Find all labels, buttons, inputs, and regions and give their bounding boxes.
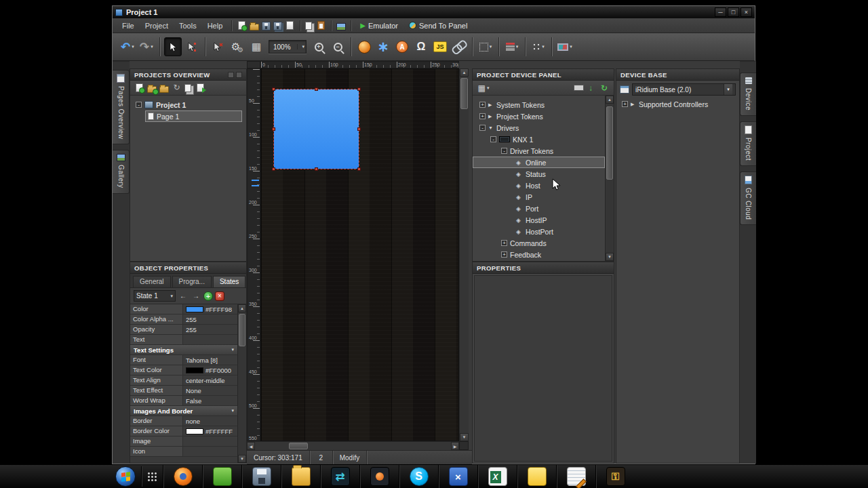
- canvas-vertical-scrollbar[interactable]: ▲ ▼: [459, 68, 469, 441]
- scrollbar-thumb[interactable]: [460, 78, 468, 109]
- tab-gallery[interactable]: Gallery: [113, 150, 130, 193]
- property-row-color-alpha[interactable]: Color Alpha ...255: [130, 314, 237, 325]
- taskbar-keys-app[interactable]: ⚿: [595, 465, 635, 488]
- menu-file[interactable]: File: [117, 20, 140, 31]
- text-color-swatch[interactable]: [186, 367, 203, 373]
- expand-icon[interactable]: +: [479, 113, 486, 119]
- scrollbar-thumb[interactable]: [239, 314, 245, 346]
- tab-gc-cloud[interactable]: GC Cloud: [740, 171, 756, 225]
- symbols-button[interactable]: Ω: [412, 37, 430, 56]
- expand-icon[interactable]: +: [501, 240, 507, 246]
- tree-item-driver-tokens[interactable]: -Driver Tokens: [473, 145, 605, 157]
- import-page-button[interactable]: [197, 83, 204, 92]
- scroll-up-icon[interactable]: ▲: [460, 68, 469, 77]
- menu-help[interactable]: Help: [202, 20, 229, 31]
- tab-project[interactable]: Project: [740, 121, 756, 166]
- zoom-in-button[interactable]: +: [310, 37, 328, 56]
- tree-item-page[interactable]: Page 1: [145, 110, 242, 122]
- selected-object[interactable]: [274, 89, 359, 169]
- save-icon[interactable]: [262, 22, 271, 30]
- taskbar-notepad[interactable]: [556, 465, 595, 488]
- tree-item-project-tokens[interactable]: +▶Project Tokens: [473, 110, 605, 122]
- tree-item-drivers[interactable]: -▼Drivers: [473, 122, 605, 134]
- tab-pages-overview[interactable]: Pages Overview: [113, 70, 130, 144]
- node-select-tool[interactable]: [183, 37, 201, 56]
- state-select[interactable]: State 1 ▾: [134, 290, 176, 302]
- device-base-select[interactable]: iRidium Base (2.0) ▾: [632, 83, 736, 96]
- next-state-button[interactable]: →: [191, 291, 201, 302]
- expand-icon[interactable]: +: [622, 101, 628, 107]
- scroll-up-icon[interactable]: ▲: [238, 304, 246, 312]
- virtual-keyboard-icon[interactable]: [574, 85, 584, 91]
- new-page-button[interactable]: [136, 83, 143, 92]
- taskbar-green-app[interactable]: [202, 465, 241, 488]
- gallery-icon[interactable]: [336, 23, 346, 30]
- taskbar-file-manager[interactable]: [281, 465, 320, 488]
- property-row-color[interactable]: Color#FFFF98: [130, 304, 237, 314]
- add-state-button[interactable]: +: [203, 291, 213, 301]
- expand-icon[interactable]: +: [501, 251, 507, 258]
- tree-item-project[interactable]: - Project 1: [130, 99, 246, 110]
- tree-item-status[interactable]: ◈Status: [473, 168, 605, 180]
- taskbar-excel[interactable]: X: [477, 465, 517, 488]
- copy-page-button[interactable]: [184, 84, 191, 92]
- taskbar-firefox[interactable]: [163, 465, 202, 488]
- tree-item-supported-controllers[interactable]: + ▶ Supported Controllers: [616, 98, 739, 110]
- refresh-button[interactable]: ↻: [172, 83, 182, 93]
- tree-item-knx-1[interactable]: -KNX 1: [473, 134, 605, 145]
- design-canvas[interactable]: [260, 68, 459, 441]
- tree-item-commands[interactable]: +Commands: [473, 237, 605, 249]
- tab-general[interactable]: General: [133, 276, 171, 287]
- emulator-button[interactable]: ▶ Emulator: [355, 20, 403, 31]
- tree-item-hostip[interactable]: ◈HostIP: [473, 214, 605, 226]
- delete-state-button[interactable]: ×: [215, 291, 224, 301]
- expand-icon[interactable]: +: [479, 102, 486, 108]
- tree-item-online[interactable]: ◈Online: [473, 157, 605, 168]
- tab-programming[interactable]: Progra...: [172, 276, 212, 287]
- titlebar[interactable]: Project 1 ─ □ ×: [113, 6, 755, 18]
- new-folder-button[interactable]: [147, 86, 157, 93]
- minimize-button[interactable]: ─: [715, 7, 726, 17]
- display-menu[interactable]: ▾: [556, 37, 574, 56]
- back-button[interactable]: ↶▾: [119, 37, 136, 56]
- taskbar-sync-app[interactable]: ⇄: [320, 465, 359, 488]
- tab-device[interactable]: Device: [740, 73, 756, 116]
- collapse-icon[interactable]: -: [501, 148, 507, 154]
- align-menu[interactable]: ▾: [503, 37, 521, 56]
- close-page-icon[interactable]: [286, 21, 294, 30]
- property-row-icon[interactable]: Icon: [130, 447, 237, 457]
- tree-item-feedback[interactable]: +Feedback: [473, 249, 605, 260]
- copy-icon[interactable]: [305, 22, 312, 30]
- button-object[interactable]: [274, 89, 359, 169]
- property-row-image[interactable]: Image: [130, 436, 237, 447]
- menu-project[interactable]: Project: [140, 20, 174, 31]
- scroll-down-icon[interactable]: ▼: [606, 253, 614, 261]
- start-button[interactable]: [115, 466, 136, 487]
- grid-toggle-tool[interactable]: ▦: [248, 37, 265, 56]
- forward-button[interactable]: ↷▾: [138, 37, 155, 56]
- property-row-word-wrap[interactable]: Word WrapFalse: [130, 396, 237, 406]
- scrollbar-thumb[interactable]: [289, 443, 308, 449]
- script-editor-button[interactable]: JS: [431, 37, 449, 56]
- taskbar-save-app[interactable]: [241, 465, 281, 488]
- taskbar-media-app[interactable]: [359, 465, 399, 488]
- resize-handle[interactable]: [272, 127, 275, 131]
- device-view-menu[interactable]: ▦▾: [476, 82, 491, 94]
- property-row-text-effect[interactable]: Text EffectNone: [130, 386, 237, 396]
- scroll-left-icon[interactable]: ◀: [247, 442, 255, 450]
- scrollbar-thumb[interactable]: [606, 106, 613, 180]
- link-button[interactable]: [450, 37, 468, 56]
- resize-handle[interactable]: [272, 87, 275, 91]
- property-row-text-color[interactable]: Text Color#FF0000: [130, 365, 237, 375]
- distribute-menu[interactable]: ▾: [530, 37, 547, 56]
- resize-handle[interactable]: [357, 167, 361, 171]
- resize-handle[interactable]: [315, 167, 318, 171]
- tree-item-port[interactable]: ◈Port: [473, 203, 605, 214]
- scroll-down-icon[interactable]: ▼: [460, 433, 469, 441]
- collapse-icon[interactable]: -: [136, 102, 142, 108]
- close-button[interactable]: ×: [741, 7, 752, 17]
- network-button[interactable]: ∗: [374, 37, 392, 56]
- tree-item-hostport[interactable]: ◈HostPort: [473, 226, 605, 237]
- scroll-right-icon[interactable]: ▶: [451, 442, 459, 450]
- resize-handle[interactable]: [315, 87, 318, 91]
